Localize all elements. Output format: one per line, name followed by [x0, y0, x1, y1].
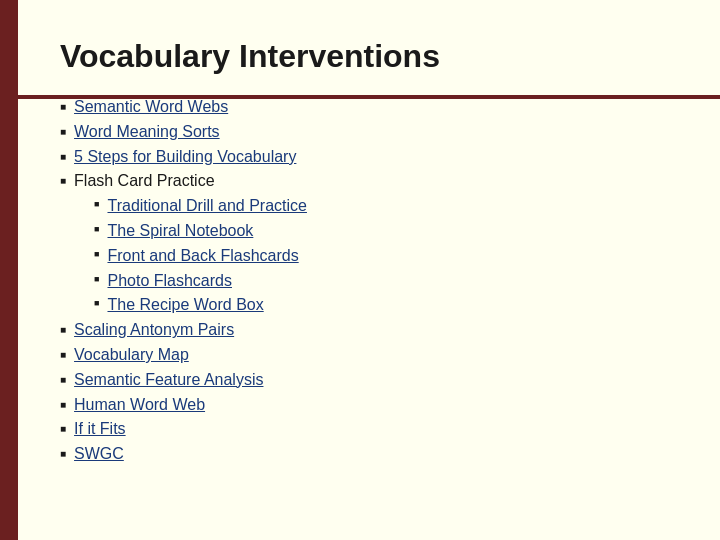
page-title: Vocabulary Interventions: [60, 30, 680, 75]
list-item: ■The Spiral Notebook: [94, 219, 307, 244]
sub-item-text[interactable]: Front and Back Flashcards: [107, 244, 298, 269]
bullet-icon: ■: [60, 322, 66, 338]
bullet-icon: ■: [60, 446, 66, 462]
list-item-content: SWGC: [74, 442, 124, 467]
bullet-icon: ■: [60, 347, 66, 363]
bullet-icon: ■: [60, 149, 66, 165]
top-bar: [0, 95, 720, 99]
bullet-icon: ■: [94, 198, 99, 212]
list-item: ■Word Meaning Sorts: [60, 120, 680, 145]
list-item: ■Human Word Web: [60, 393, 680, 418]
list-item-content: Vocabulary Map: [74, 343, 189, 368]
list-item: ■Front and Back Flashcards: [94, 244, 307, 269]
bullet-icon: ■: [94, 223, 99, 237]
sub-item-text[interactable]: Traditional Drill and Practice: [107, 194, 306, 219]
item-text[interactable]: Vocabulary Map: [74, 346, 189, 363]
bullet-icon: ■: [60, 99, 66, 115]
item-text[interactable]: Word Meaning Sorts: [74, 123, 220, 140]
list-item: ■Vocabulary Map: [60, 343, 680, 368]
slide-container: Vocabulary Interventions ■Semantic Word …: [0, 0, 720, 540]
item-text[interactable]: SWGC: [74, 445, 124, 462]
sub-item-text[interactable]: Photo Flashcards: [107, 269, 232, 294]
list-item-content: Semantic Feature Analysis: [74, 368, 263, 393]
list-item-content: Human Word Web: [74, 393, 205, 418]
item-text[interactable]: Scaling Antonym Pairs: [74, 321, 234, 338]
sub-item-text[interactable]: The Recipe Word Box: [107, 293, 263, 318]
left-bar: [0, 0, 18, 540]
item-text[interactable]: Semantic Word Webs: [74, 98, 228, 115]
sub-item-text[interactable]: The Spiral Notebook: [107, 219, 253, 244]
bullet-icon: ■: [94, 297, 99, 311]
list-item: ■Scaling Antonym Pairs: [60, 318, 680, 343]
item-text[interactable]: Semantic Feature Analysis: [74, 371, 263, 388]
item-text[interactable]: Human Word Web: [74, 396, 205, 413]
main-list: ■Semantic Word Webs■Word Meaning Sorts■5…: [60, 95, 680, 467]
bullet-icon: ■: [60, 173, 66, 189]
bullet-icon: ■: [60, 124, 66, 140]
list-item: ■The Recipe Word Box: [94, 293, 307, 318]
list-item-content: 5 Steps for Building Vocabulary: [74, 145, 296, 170]
list-item-content: If it Fits: [74, 417, 126, 442]
list-item: ■Semantic Feature Analysis: [60, 368, 680, 393]
list-item-content: Word Meaning Sorts: [74, 120, 220, 145]
bullet-icon: ■: [60, 397, 66, 413]
list-item-content: Flash Card Practice■Traditional Drill an…: [74, 169, 307, 318]
list-item: ■SWGC: [60, 442, 680, 467]
flash-card-label: Flash Card Practice: [74, 172, 215, 189]
list-item: ■Traditional Drill and Practice: [94, 194, 307, 219]
list-item: ■If it Fits: [60, 417, 680, 442]
list-item: ■Flash Card Practice■Traditional Drill a…: [60, 169, 680, 318]
sub-list: ■Traditional Drill and Practice■The Spir…: [74, 194, 307, 318]
list-item: ■Photo Flashcards: [94, 269, 307, 294]
bullet-icon: ■: [94, 248, 99, 262]
item-text[interactable]: 5 Steps for Building Vocabulary: [74, 148, 296, 165]
list-item-content: Scaling Antonym Pairs: [74, 318, 234, 343]
bullet-icon: ■: [60, 372, 66, 388]
bullet-icon: ■: [94, 273, 99, 287]
list-item: ■5 Steps for Building Vocabulary: [60, 145, 680, 170]
item-text[interactable]: If it Fits: [74, 420, 126, 437]
bullet-icon: ■: [60, 421, 66, 437]
content-area: ■Semantic Word Webs■Word Meaning Sorts■5…: [60, 95, 680, 467]
